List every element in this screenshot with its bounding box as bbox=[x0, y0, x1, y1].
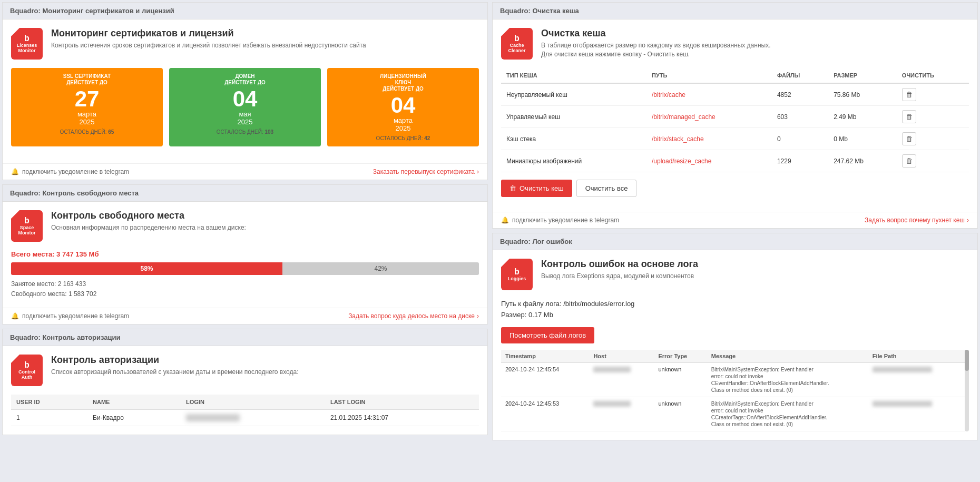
auth-panel-header: Bquadro: Контроль авторизации bbox=[3, 329, 487, 346]
cert-cards: SSL СЕРТИФИКАТДЕЙСТВУЕТ ДО 27 марта 2025… bbox=[11, 68, 479, 146]
loggies-logo: b Loggies bbox=[501, 259, 533, 290]
cache-delete-btn-1[interactable]: 🗑 bbox=[902, 110, 916, 123]
clear-cache-button[interactable]: 🗑 Очистить кеш bbox=[501, 180, 572, 197]
license-year: 2025 bbox=[332, 124, 474, 132]
cache-path-1[interactable]: /bitrix/managed_cache bbox=[652, 113, 716, 121]
ssl-cert-card: SSL СЕРТИФИКАТДЕЙСТВУЕТ ДО 27 марта 2025… bbox=[11, 68, 163, 146]
log-host-1: ██████████ bbox=[589, 397, 654, 431]
cache-row-0: Неуправляемый кеш /bitrix/cache 4852 75.… bbox=[501, 83, 969, 106]
cache-panel-desc-2: Для очистки кеша нажмите кнопку - Очисти… bbox=[541, 50, 771, 59]
cert-telegram-link[interactable]: 🔔 подключить уведомление в telegram bbox=[11, 168, 129, 175]
cache-type-1: Управляемый кеш bbox=[501, 106, 646, 128]
domain-year: 2025 bbox=[174, 118, 316, 126]
log-row-1: 2024-10-24 12:45:53 ██████████ unknown B… bbox=[501, 397, 965, 431]
license-days-remaining: 42 bbox=[424, 135, 430, 141]
cache-path-2[interactable]: /bitrix/stack_cache bbox=[652, 135, 704, 143]
domain-days-remaining: 103 bbox=[264, 129, 273, 135]
clear-all-button[interactable]: Очистить все bbox=[576, 180, 637, 197]
log-host-0: ██████████ bbox=[589, 362, 654, 397]
log-filepath-0: ████████████████ bbox=[868, 362, 965, 397]
cache-files-1: 603 bbox=[772, 106, 828, 128]
bell-icon-2: 🔔 bbox=[11, 312, 19, 320]
auth-userid: 1 bbox=[11, 410, 87, 426]
cache-delete-btn-2[interactable]: 🗑 bbox=[902, 132, 916, 145]
cache-row-1: Управляемый кеш /bitrix/managed_cache 60… bbox=[501, 106, 969, 128]
cache-actions: 🗑 Очистить кеш Очистить все bbox=[501, 180, 969, 197]
bell-icon: 🔔 bbox=[11, 168, 19, 175]
cert-panel-title: Мониторинг сертификатов и лицензий bbox=[51, 28, 366, 39]
space-free-bar: 42% bbox=[282, 262, 479, 275]
license-month: марта bbox=[332, 116, 474, 124]
space-question-link[interactable]: Задать вопрос куда делось место на диске… bbox=[348, 312, 479, 320]
arrow-right-icon: › bbox=[477, 168, 479, 175]
ssl-year: 2025 bbox=[16, 118, 158, 126]
log-col-timestamp: Timestamp bbox=[501, 350, 589, 363]
cert-panel: Bquadro: Мониторинг сертификатов и лицен… bbox=[2, 2, 488, 180]
log-row-0: 2024-10-24 12:45:54 ██████████ unknown B… bbox=[501, 362, 965, 397]
cache-panel-footer: 🔔 подключить уведомление в telegram Зада… bbox=[493, 212, 977, 228]
cache-type-2: Кэш стека bbox=[501, 128, 646, 150]
space-panel: Bquadro: Контроль свободного места b Spa… bbox=[2, 184, 488, 324]
space-panel-desc: Основная информация по распределению мес… bbox=[51, 223, 246, 232]
cache-panel: Bquadro: Очистка кеша b CacheCleaner Очи… bbox=[492, 2, 978, 229]
log-message-0: Bitrix\Main\SystemException: Event handl… bbox=[707, 362, 868, 397]
log-panel-desc: Вывод лога Exeptions ядра, модулей и ком… bbox=[541, 272, 698, 281]
auth-last-login: 21.01.2025 14:31:07 bbox=[325, 410, 479, 426]
log-panel: Bquadro: Лог ошибок b Loggies Контроль о… bbox=[492, 233, 978, 440]
licenses-monitor-logo: b LicensesMonitor bbox=[11, 28, 43, 60]
control-auth-logo: b ControlAuth bbox=[11, 355, 43, 386]
cache-delete-btn-3[interactable]: 🗑 bbox=[902, 154, 916, 168]
space-telegram-link[interactable]: 🔔 подключить уведомление в telegram bbox=[11, 312, 129, 320]
space-used-bar: 58% bbox=[11, 262, 282, 275]
space-used-detail: Занятое место: 2 163 433 bbox=[11, 279, 479, 289]
cache-size-0: 75.86 Mb bbox=[828, 83, 897, 106]
log-message-1: Bitrix\Main\SystemException: Event handl… bbox=[707, 397, 868, 431]
arrow-right-icon-2: › bbox=[477, 312, 479, 320]
cache-cleaner-logo: b CacheCleaner bbox=[501, 28, 533, 60]
license-cert-card: ЛИЦЕНЗИОННЫЙКЛЮЧДЕЙСТВУЕТ ДО 04 марта 20… bbox=[327, 68, 479, 146]
log-scrollbar-thumb bbox=[965, 350, 969, 371]
cache-row-3: Миниатюры изображений /upload/resize_cac… bbox=[501, 150, 969, 172]
ssl-days-remaining: 65 bbox=[108, 129, 114, 135]
cache-col-type: ТИП КЕША bbox=[501, 68, 646, 83]
cache-col-clear: ОЧИСТИТЬ bbox=[897, 68, 969, 83]
cert-reissue-link[interactable]: Заказать перевыпуск сертификата › bbox=[373, 168, 479, 175]
auth-col-name: NAME bbox=[87, 395, 181, 410]
view-log-button[interactable]: Посмотреть файл логов bbox=[501, 327, 594, 343]
log-size: Размер: 0.17 Mb bbox=[501, 310, 969, 321]
cache-col-path: ПУТЬ bbox=[646, 68, 772, 83]
cache-files-0: 4852 bbox=[772, 83, 828, 106]
log-table: Timestamp Host Error Type Message File P… bbox=[501, 350, 965, 431]
space-panel-title: Контроль свободного места bbox=[51, 210, 246, 221]
space-total-value: 3 747 135 Мб bbox=[56, 250, 99, 258]
cache-delete-btn-0[interactable]: 🗑 bbox=[902, 88, 916, 101]
log-scrollbar[interactable] bbox=[965, 350, 969, 431]
log-timestamp-1: 2024-10-24 12:45:53 bbox=[501, 397, 589, 431]
log-errortype-0: unknown bbox=[654, 362, 707, 397]
cache-path-3[interactable]: /upload/resize_cache bbox=[652, 158, 711, 165]
auth-col-lastlogin: LAST LOGIN bbox=[325, 395, 479, 410]
cache-type-3: Миниатюры изображений bbox=[501, 150, 646, 172]
auth-col-userid: USER ID bbox=[11, 395, 87, 410]
cache-col-size: РАЗМЕР bbox=[828, 68, 897, 83]
cert-panel-desc: Контроль истечения сроков сертификатов и… bbox=[51, 41, 366, 50]
log-col-filepath: File Path bbox=[868, 350, 965, 363]
log-filepath-1: ████████████████ bbox=[868, 397, 965, 431]
trash-icon: 🗑 bbox=[509, 184, 516, 192]
cache-size-1: 2.49 Mb bbox=[828, 106, 897, 128]
domain-day: 04 bbox=[174, 88, 316, 110]
log-panel-header: Bquadro: Лог ошибок bbox=[493, 233, 977, 250]
cache-panel-title: Очистка кеша bbox=[541, 28, 771, 39]
log-errortype-1: unknown bbox=[654, 397, 707, 431]
cache-path-0[interactable]: /bitrix/cache bbox=[652, 91, 685, 99]
cache-telegram-link[interactable]: 🔔 подключить уведомление в telegram bbox=[501, 217, 619, 224]
log-col-errortype: Error Type bbox=[654, 350, 707, 363]
cache-type-0: Неуправляемый кеш bbox=[501, 83, 646, 106]
arrow-right-icon-3: › bbox=[967, 217, 969, 224]
cache-question-link[interactable]: Задать вопрос почему пухнет кеш › bbox=[865, 217, 969, 224]
auth-col-login: LOGIN bbox=[181, 395, 325, 410]
auth-panel: Bquadro: Контроль авторизации b ControlA… bbox=[2, 329, 488, 435]
space-progress-bar: 58% 42% bbox=[11, 262, 479, 275]
ssl-month: марта bbox=[16, 110, 158, 118]
cache-panel-header: Bquadro: Очистка кеша bbox=[493, 3, 977, 19]
